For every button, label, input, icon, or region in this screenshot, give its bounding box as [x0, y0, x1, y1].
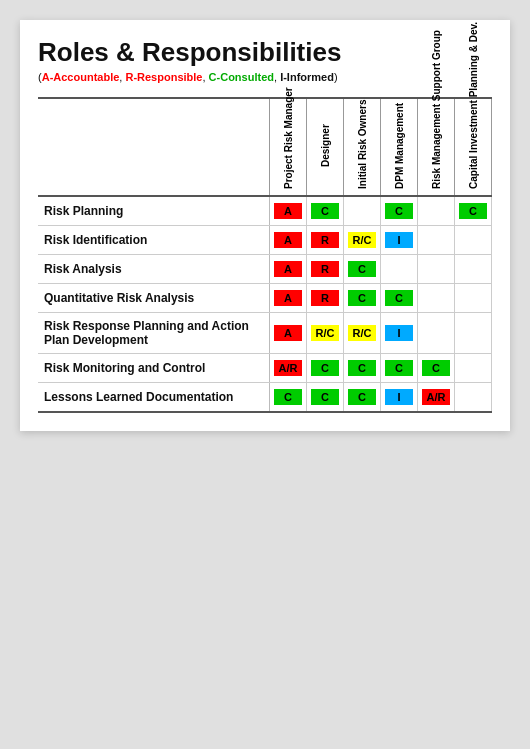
- row-label-1: Risk Identification: [38, 225, 270, 254]
- cell-r3-c2: C: [344, 283, 381, 312]
- col-header-label-designer: Designer: [320, 101, 331, 191]
- table-row: Risk AnalysisARC: [38, 254, 492, 283]
- cell-badge: C: [311, 389, 339, 405]
- cell-r1-c1: R: [307, 225, 344, 254]
- cell-r2-c0: A: [270, 254, 307, 283]
- cell-r4-c2: R/C: [344, 312, 381, 353]
- cell-r1-c3: I: [381, 225, 418, 254]
- cell-r2-c2: C: [344, 254, 381, 283]
- col-header-capital-investment: Capital Investment Planning & Dev.: [455, 98, 492, 196]
- cell-r2-c1: R: [307, 254, 344, 283]
- col-header-initial-risk-owners: Initial Risk Owners: [344, 98, 381, 196]
- cell-badge: R/C: [348, 232, 376, 248]
- page-title: Roles & Responsibilities: [38, 38, 492, 67]
- col-header-designer: Designer: [307, 98, 344, 196]
- cell-badge: C: [311, 203, 339, 219]
- cell-r1-c4: [418, 225, 455, 254]
- row-label-5: Risk Monitoring and Control: [38, 353, 270, 382]
- cell-r4-c0: A: [270, 312, 307, 353]
- cell-r2-c3: [381, 254, 418, 283]
- cell-badge: C: [348, 389, 376, 405]
- cell-badge: A: [274, 261, 302, 277]
- cell-r0-c1: C: [307, 196, 344, 226]
- cell-r5-c4: C: [418, 353, 455, 382]
- cell-badge: A: [274, 232, 302, 248]
- cell-r0-c4: [418, 196, 455, 226]
- col-header-risk-management-support: Risk Management Support Group: [418, 98, 455, 196]
- col-header-empty: [38, 98, 270, 196]
- col-header-label-initial-risk-owners: Initial Risk Owners: [357, 101, 368, 191]
- table-row: Risk IdentificationARR/CI: [38, 225, 492, 254]
- cell-r5-c1: C: [307, 353, 344, 382]
- col-header-dpm-management: DPM Management: [381, 98, 418, 196]
- cell-r4-c4: [418, 312, 455, 353]
- cell-badge: C: [348, 290, 376, 306]
- cell-badge: C: [385, 360, 413, 376]
- legend: (A-Accountable, R-Responsible, C-Consult…: [38, 71, 492, 83]
- raci-table: Project Risk ManagerDesignerInitial Risk…: [38, 97, 492, 413]
- cell-badge: C: [422, 360, 450, 376]
- row-label-0: Risk Planning: [38, 196, 270, 226]
- col-header-label-risk-management-support: Risk Management Support Group: [431, 101, 442, 191]
- cell-r6-c3: I: [381, 382, 418, 412]
- cell-r5-c5: [455, 353, 492, 382]
- cell-r6-c4: A/R: [418, 382, 455, 412]
- cell-badge: R: [311, 232, 339, 248]
- col-header-label-capital-investment: Capital Investment Planning & Dev.: [468, 101, 479, 191]
- legend-i: I-Informed: [280, 71, 334, 83]
- cell-badge: C: [348, 261, 376, 277]
- table-row: Risk Response Planning and Action Plan D…: [38, 312, 492, 353]
- col-header-label-dpm-management: DPM Management: [394, 101, 405, 191]
- row-label-3: Quantitative Risk Analysis: [38, 283, 270, 312]
- col-header-label-project-manager: Project Risk Manager: [283, 101, 294, 191]
- cell-badge: A: [274, 290, 302, 306]
- legend-a: A-Accountable: [42, 71, 120, 83]
- row-label-4: Risk Response Planning and Action Plan D…: [38, 312, 270, 353]
- cell-r3-c0: A: [270, 283, 307, 312]
- cell-badge: A: [274, 203, 302, 219]
- cell-r0-c0: A: [270, 196, 307, 226]
- cell-r2-c5: [455, 254, 492, 283]
- cell-badge: A: [274, 325, 302, 341]
- col-header-project-manager: Project Risk Manager: [270, 98, 307, 196]
- cell-r3-c1: R: [307, 283, 344, 312]
- cell-r1-c0: A: [270, 225, 307, 254]
- cell-r5-c0: A/R: [270, 353, 307, 382]
- cell-badge: R/C: [348, 325, 376, 341]
- row-label-6: Lessons Learned Documentation: [38, 382, 270, 412]
- cell-badge: I: [385, 389, 413, 405]
- table-row: Risk Monitoring and ControlA/RCCCC: [38, 353, 492, 382]
- cell-badge: I: [385, 232, 413, 248]
- row-label-2: Risk Analysis: [38, 254, 270, 283]
- cell-badge: C: [274, 389, 302, 405]
- cell-r3-c4: [418, 283, 455, 312]
- cell-badge: A/R: [274, 360, 302, 376]
- cell-badge: A/R: [422, 389, 450, 405]
- cell-r0-c2: [344, 196, 381, 226]
- cell-r3-c5: [455, 283, 492, 312]
- legend-c: C-Consulted: [209, 71, 274, 83]
- table-row: Risk PlanningACCC: [38, 196, 492, 226]
- cell-r6-c2: C: [344, 382, 381, 412]
- cell-r3-c3: C: [381, 283, 418, 312]
- cell-r2-c4: [418, 254, 455, 283]
- page-container: Roles & Responsibilities (A-Accountable,…: [20, 20, 510, 431]
- cell-r5-c2: C: [344, 353, 381, 382]
- cell-r6-c5: [455, 382, 492, 412]
- cell-badge: C: [385, 290, 413, 306]
- cell-r5-c3: C: [381, 353, 418, 382]
- cell-r4-c5: [455, 312, 492, 353]
- table-row: Lessons Learned DocumentationCCCIA/R: [38, 382, 492, 412]
- cell-r4-c1: R/C: [307, 312, 344, 353]
- cell-r6-c0: C: [270, 382, 307, 412]
- cell-badge: C: [348, 360, 376, 376]
- cell-badge: C: [311, 360, 339, 376]
- cell-badge: I: [385, 325, 413, 341]
- cell-r6-c1: C: [307, 382, 344, 412]
- cell-r0-c3: C: [381, 196, 418, 226]
- cell-badge: R/C: [311, 325, 339, 341]
- cell-r0-c5: C: [455, 196, 492, 226]
- cell-r4-c3: I: [381, 312, 418, 353]
- cell-r1-c2: R/C: [344, 225, 381, 254]
- cell-badge: C: [459, 203, 487, 219]
